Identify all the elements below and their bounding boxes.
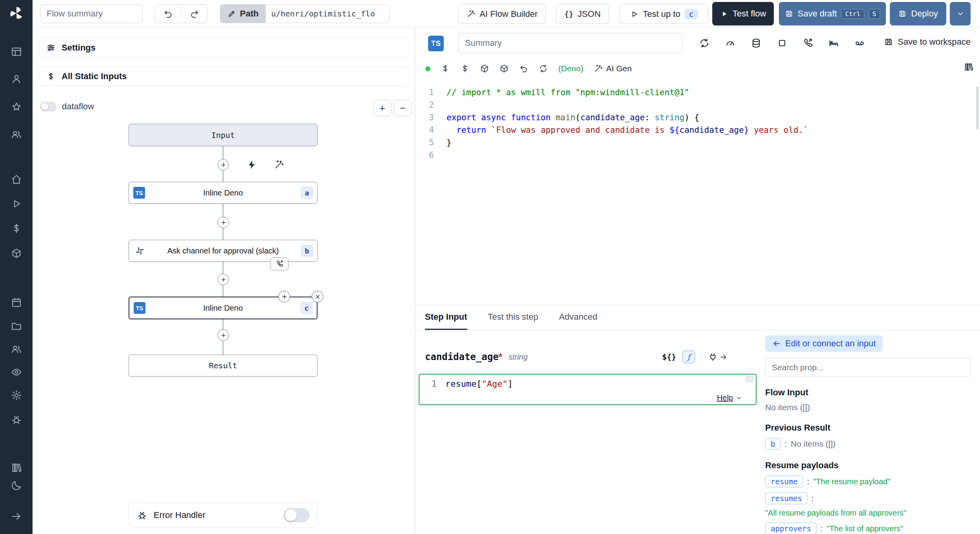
error-handler-toggle[interactable]: [283, 508, 309, 522]
expression-line-number: 1: [419, 377, 437, 391]
package-icon[interactable]: [499, 64, 509, 73]
move-step-button[interactable]: [278, 291, 290, 302]
star-icon[interactable]: [0, 101, 33, 113]
package-icon[interactable]: [480, 64, 489, 73]
prop-badge[interactable]: resume: [765, 476, 803, 487]
step-summary-input[interactable]: [458, 33, 682, 53]
user-icon[interactable]: [0, 73, 33, 85]
test-flow-button[interactable]: Test flow: [712, 2, 774, 25]
cache-icon[interactable]: [748, 34, 765, 52]
zoom-out-button[interactable]: −: [394, 100, 412, 116]
prop-search-input[interactable]: [765, 358, 971, 377]
code-editor[interactable]: 1// import * as wmill from "npm:windmill…: [415, 86, 975, 305]
delete-step-button[interactable]: [312, 291, 323, 302]
dark-mode-moon-icon[interactable]: [0, 480, 33, 491]
template-literal-button[interactable]: ${}: [662, 352, 676, 362]
ai-wand-icon[interactable]: [274, 159, 284, 170]
save-to-workspace-label: Save to workspace: [898, 37, 971, 47]
chevron-down-icon: [735, 395, 742, 402]
audit-eye-icon[interactable]: [0, 366, 33, 378]
docs-books-icon[interactable]: [0, 462, 33, 474]
settings-gear-icon[interactable]: [0, 389, 33, 401]
editor-scrollbar[interactable]: [976, 86, 979, 129]
apps-grid-icon[interactable]: [0, 46, 33, 58]
expression-editor[interactable]: 1 resume["Age"] Help: [419, 374, 757, 405]
runs-play-icon[interactable]: [0, 198, 33, 210]
variable-dollar-icon[interactable]: [441, 64, 450, 73]
code-line: 4 return `Flow was approved and candidat…: [415, 124, 975, 136]
add-step-button[interactable]: [218, 274, 229, 285]
undo-button[interactable]: [155, 5, 181, 23]
save-to-workspace-button[interactable]: Save to workspace: [884, 37, 971, 47]
input-node-label: Input: [211, 130, 235, 140]
library-icon[interactable]: [964, 62, 974, 72]
add-step-button[interactable]: [218, 329, 229, 341]
json-button[interactable]: {} JSON: [556, 4, 609, 24]
flow-summary-input[interactable]: [40, 4, 143, 23]
mock-icon[interactable]: [851, 34, 868, 52]
ai-flow-builder-button[interactable]: AI Flow Builder: [458, 4, 546, 24]
dataflow-toggle[interactable]: [40, 102, 56, 111]
tab-advanced[interactable]: Advanced: [559, 305, 597, 330]
ai-gen-button[interactable]: AI Gen: [593, 64, 632, 73]
flow-input-node[interactable]: Input: [129, 124, 318, 146]
groups-icon[interactable]: [0, 129, 33, 140]
dataflow-toggle-row: dataflow: [40, 101, 94, 112]
test-up-to-button[interactable]: Test up to c: [619, 4, 708, 24]
undo-redo-group: [155, 4, 207, 23]
step-a-label: Inline Deno: [203, 188, 243, 197]
early-stop-icon[interactable]: [773, 34, 791, 52]
windmill-logo-icon[interactable]: [0, 5, 33, 21]
add-step-button[interactable]: [218, 217, 229, 228]
test-flow-label: Test flow: [733, 9, 766, 19]
resource-dollar-icon[interactable]: [460, 64, 470, 73]
edit-or-connect-label: Edit or connect an input: [785, 339, 876, 349]
deploy-more-button[interactable]: [950, 2, 971, 25]
zoom-in-button[interactable]: +: [373, 100, 391, 116]
step-node-a[interactable]: TS Inline Deno a: [129, 182, 318, 204]
redo-button[interactable]: [181, 5, 207, 23]
variables-dollar-icon[interactable]: [0, 223, 33, 234]
prop-section-title: Previous Result: [765, 423, 980, 433]
path-button[interactable]: Path: [220, 5, 266, 23]
runtime-label: (Deno): [558, 64, 583, 73]
flow-result-node[interactable]: Result: [129, 355, 318, 377]
add-step-button[interactable]: [218, 159, 229, 170]
trigger-bolt-icon[interactable]: [247, 159, 257, 170]
flow-settings-row[interactable]: Settings: [39, 38, 408, 58]
code-lines: 1// import * as wmill from "npm:windmill…: [415, 86, 975, 161]
step-editor-panel: TS Save to workspace (Deno): [415, 27, 980, 305]
folders-icon[interactable]: [0, 320, 33, 332]
fx-toggle-button[interactable]: ƒ: [682, 351, 695, 363]
tab-step-input[interactable]: Step Input: [425, 305, 467, 330]
step-node-b[interactable]: Ask channel for approval (slack) b: [129, 240, 318, 262]
sleep-icon[interactable]: [825, 34, 842, 52]
collapse-arrow-icon[interactable]: [0, 510, 33, 522]
prop-badge[interactable]: approvers: [765, 523, 817, 534]
prop-badge[interactable]: resumes: [765, 492, 808, 504]
schedules-calendar-icon[interactable]: [0, 297, 33, 308]
connect-input-panel: Edit or connect an input Flow InputNo it…: [765, 335, 980, 534]
prop-description: "The resume payload": [813, 477, 890, 486]
path-input[interactable]: [266, 5, 389, 23]
save-draft-button[interactable]: Save draft Ctrl S: [779, 2, 886, 25]
concurrency-icon[interactable]: [722, 34, 739, 52]
prop-badge[interactable]: b: [765, 438, 780, 450]
edit-or-connect-button[interactable]: Edit or connect an input: [765, 335, 883, 352]
suspend-icon[interactable]: [799, 34, 817, 52]
editor-toolbar: (Deno) AI Gen: [425, 61, 632, 76]
save-icon: [898, 9, 907, 18]
connect-input-button[interactable]: [708, 352, 728, 362]
home-icon[interactable]: [0, 174, 33, 185]
deploy-button[interactable]: Deploy: [890, 2, 946, 25]
reload-icon[interactable]: [539, 64, 548, 73]
help-link[interactable]: Help: [717, 393, 742, 402]
static-inputs-row[interactable]: All Static Inputs: [39, 66, 408, 86]
step-node-c-selected[interactable]: TS Inline Deno c: [129, 297, 318, 319]
resources-cube-icon[interactable]: [0, 248, 33, 259]
undo-icon[interactable]: [519, 64, 528, 73]
debug-bug-icon[interactable]: [0, 414, 33, 425]
workers-group-icon[interactable]: [0, 343, 33, 355]
retries-icon[interactable]: [696, 34, 713, 52]
tab-test-this-step[interactable]: Test this step: [488, 305, 538, 330]
